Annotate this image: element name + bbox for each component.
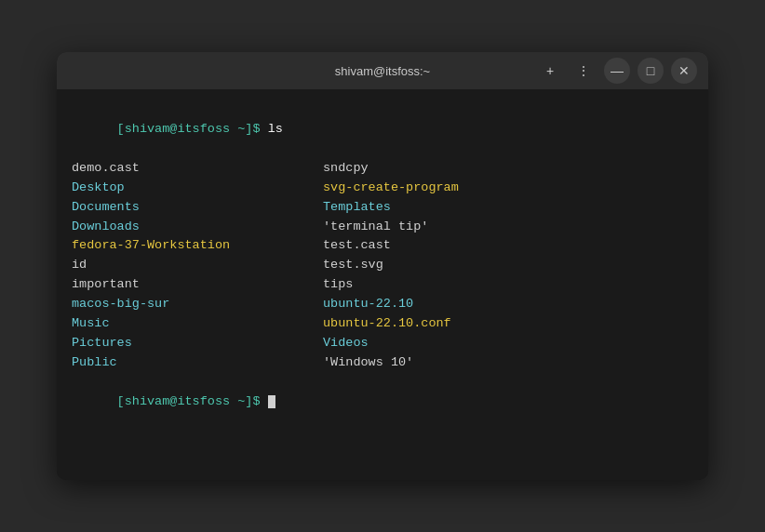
command: ls bbox=[261, 122, 283, 136]
prompt2: [shivam@itsfoss ~]$ bbox=[117, 394, 261, 408]
list-item: id bbox=[72, 256, 323, 275]
list-item: test.svg bbox=[323, 256, 574, 275]
list-item: demo.cast bbox=[72, 159, 323, 179]
titlebar-right: + ⋮ — □ ✕ bbox=[537, 58, 697, 84]
second-prompt-line: [shivam@itsfoss ~]$ bbox=[72, 373, 693, 432]
titlebar: shivam@itsfoss:~ + ⋮ — □ ✕ bbox=[57, 52, 708, 89]
maximize-button[interactable]: □ bbox=[638, 58, 664, 84]
list-item: fedora-37-Workstation bbox=[72, 236, 323, 256]
cursor bbox=[268, 395, 275, 408]
list-item: ubuntu-22.10 bbox=[323, 295, 574, 314]
list-item: sndcpy bbox=[323, 159, 574, 179]
command-line: [shivam@itsfoss ~]$ ls bbox=[72, 100, 693, 159]
list-item: 'Windows 10' bbox=[323, 353, 574, 373]
list-item: ubuntu-22.10.conf bbox=[323, 314, 574, 334]
minimize-button[interactable]: — bbox=[604, 58, 630, 84]
new-tab-button[interactable]: + bbox=[537, 58, 563, 84]
list-item: Downloads bbox=[72, 218, 323, 237]
prompt: [shivam@itsfoss ~]$ bbox=[117, 122, 261, 136]
cursor-space bbox=[261, 394, 268, 408]
list-item: tips bbox=[323, 275, 574, 295]
list-item: 'terminal tip' bbox=[323, 218, 574, 237]
list-item: Templates bbox=[323, 198, 574, 218]
ls-output: demo.cast Desktop Documents Downloads fe… bbox=[72, 159, 693, 373]
right-column: sndcpy svg-create-program Templates 'ter… bbox=[323, 159, 574, 373]
list-item: Public bbox=[72, 353, 323, 373]
menu-button[interactable]: ⋮ bbox=[570, 58, 597, 84]
list-item: Videos bbox=[323, 334, 574, 353]
terminal-window: shivam@itsfoss:~ + ⋮ — □ ✕ [shivam@itsfo… bbox=[57, 52, 708, 480]
list-item: test.cast bbox=[323, 236, 574, 256]
list-item: Desktop bbox=[72, 179, 323, 198]
list-item: macos-big-sur bbox=[72, 295, 323, 314]
list-item: svg-create-program bbox=[323, 179, 574, 198]
window-title: shivam@itsfoss:~ bbox=[335, 64, 430, 78]
list-item: Pictures bbox=[72, 334, 323, 353]
left-column: demo.cast Desktop Documents Downloads fe… bbox=[72, 159, 323, 373]
terminal-body[interactable]: [shivam@itsfoss ~]$ ls demo.cast Desktop… bbox=[57, 89, 708, 480]
list-item: important bbox=[72, 275, 323, 295]
list-item: Music bbox=[72, 314, 323, 334]
close-button[interactable]: ✕ bbox=[671, 58, 697, 84]
list-item: Documents bbox=[72, 198, 323, 218]
